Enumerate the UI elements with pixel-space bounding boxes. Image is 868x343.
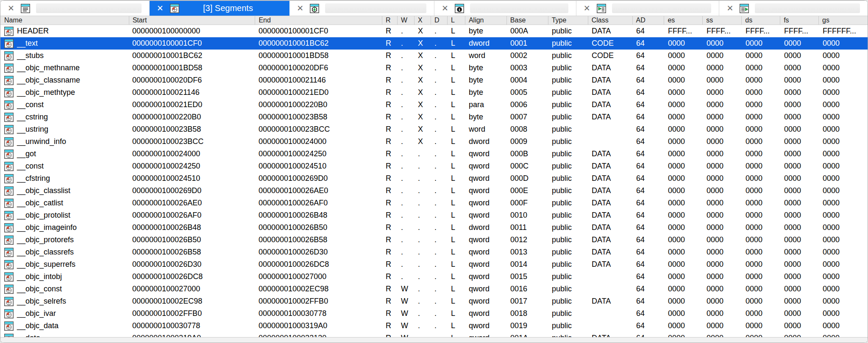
column-header-name[interactable]: Name — [0, 16, 129, 25]
cell-base: 0018 — [507, 309, 548, 318]
column-header-w[interactable]: W — [397, 16, 414, 25]
segment-row-__objc_selrefs[interactable]: __objc_selrefs000000010002EC980000000100… — [0, 295, 868, 307]
cell-type: public — [548, 64, 588, 72]
cell-x: . — [415, 211, 431, 220]
close-icon[interactable]: ✕ — [440, 4, 450, 12]
cell-class: DATA — [588, 27, 633, 36]
segment-row-__objc_intobj[interactable]: __objc_intobj0000000100026DC800000001000… — [0, 271, 868, 283]
segment-row-__objc_methtype[interactable]: __objc_methtype0000000100021146000000010… — [0, 86, 868, 99]
cell-x: . — [415, 174, 431, 183]
segment-row-__objc_const[interactable]: __objc_const0000000100027000000000010002… — [0, 283, 868, 295]
segment-row-__objc_methname[interactable]: __objc_methname000000010001BD58000000010… — [0, 62, 868, 74]
segment-row-__objc_data[interactable]: __objc_data00000001000307780000000100031… — [0, 320, 868, 332]
segment-row-__text[interactable]: __text0000000100001CF0000000010001BC62R.… — [0, 37, 868, 50]
cell-align: qword — [465, 186, 507, 195]
column-header-ds[interactable]: ds — [741, 16, 780, 25]
segment-row-__cstring[interactable]: __cstring00000001000220B00000000100023B5… — [0, 111, 868, 123]
segment-name-label: __text — [17, 39, 38, 48]
segment-row-__objc_catlist[interactable]: __objc_catlist0000000100026AE00000000100… — [0, 197, 868, 209]
segment-row-__objc_imageinfo[interactable]: __objc_imageinfo0000000100026B4800000001… — [0, 221, 868, 234]
cell-ss: 0000 — [703, 235, 742, 244]
tab-segments[interactable]: ✕[3] Segments — [150, 1, 290, 16]
column-header-type[interactable]: Type — [548, 16, 588, 25]
tab-5[interactable]: ✕ — [576, 1, 720, 16]
cell-l: L — [448, 285, 465, 293]
segment-window-icon — [4, 39, 14, 48]
segment-row-__const[interactable]: __const0000000100021ED000000001000220B0R… — [0, 99, 868, 111]
column-header-class[interactable]: Class — [588, 16, 632, 25]
cell-es: 0000 — [665, 321, 703, 330]
segment-row-__objc_superrefs[interactable]: __objc_superrefs0000000100026D3000000001… — [0, 258, 868, 271]
segment-row-__objc_classname[interactable]: __objc_classname0000000100020DF600000001… — [0, 74, 868, 86]
segment-row-__got[interactable]: __got00000001000240000000000100024250R..… — [0, 148, 868, 160]
column-header-base[interactable]: Base — [506, 16, 548, 25]
segment-row-HEADER[interactable]: HEADER00000001000000000000000100001CF0R.… — [0, 25, 868, 37]
segment-row-__objc_classlist[interactable]: __objc_classlist00000001000269D000000001… — [0, 185, 868, 197]
cell-w: . — [398, 272, 415, 281]
cell-fs: 0000 — [781, 39, 819, 48]
column-header-r[interactable]: R — [382, 16, 397, 25]
cell-end: 000000010001BC62 — [255, 39, 382, 48]
segment-row-__objc_ivar[interactable]: __objc_ivar000000010002FFB00000000100030… — [0, 307, 868, 320]
column-header-x[interactable]: X — [414, 16, 431, 25]
cell-r: R — [382, 260, 398, 269]
tab-4[interactable]: ✕t — [434, 1, 576, 16]
cell-w: W — [398, 297, 415, 306]
column-header-ad[interactable]: AD — [632, 16, 664, 25]
cell-start: 0000000100024000 — [129, 149, 255, 158]
segment-row-__objc_protolist[interactable]: __objc_protolist0000000100026AF000000001… — [0, 209, 868, 221]
column-header-es[interactable]: es — [664, 16, 702, 25]
segment-window-icon — [4, 27, 14, 36]
tab-title-redacted — [470, 3, 568, 13]
column-header-align[interactable]: Align — [465, 16, 506, 25]
cell-name: __objc_methtype — [0, 88, 129, 97]
segment-row-__unwind_info[interactable]: __unwind_info0000000100023BCC00000001000… — [0, 136, 868, 148]
cell-class: DATA — [588, 64, 633, 72]
cell-fs: 0000 — [781, 321, 819, 330]
cell-base: 0015 — [507, 272, 548, 281]
cell-fs: 0000 — [781, 260, 819, 269]
segment-row-__cfstring[interactable]: __cfstring000000010002451000000001000269… — [0, 172, 868, 185]
cell-r: R — [382, 27, 398, 36]
cell-ds: 0000 — [742, 174, 781, 183]
cell-es: 0000 — [665, 76, 703, 85]
cell-end: 000000010002EC98 — [255, 285, 382, 293]
segment-name-label: __objc_methtype — [17, 88, 75, 97]
segment-row-__ustring[interactable]: __ustring0000000100023B580000000100023BC… — [0, 123, 868, 136]
close-icon[interactable]: ✕ — [155, 4, 165, 12]
column-header-l[interactable]: L — [447, 16, 465, 25]
segment-row-__objc_protorefs[interactable]: __objc_protorefs0000000100026B5000000001… — [0, 234, 868, 246]
column-header-d[interactable]: D — [431, 16, 447, 25]
cell-class: DATA — [588, 199, 633, 207]
tab-bar: ✕✕[3] Segments✕✕t✕✕ — [0, 0, 868, 16]
close-icon[interactable]: ✕ — [6, 4, 16, 12]
segment-row-__stubs[interactable]: __stubs000000010001BC62000000010001BD58R… — [0, 50, 868, 62]
cell-align: byte — [465, 64, 507, 72]
cell-gs: 0000 — [819, 51, 868, 60]
cell-ad: 64 — [633, 248, 665, 257]
segment-row-__objc_classrefs[interactable]: __objc_classrefs0000000100026B5800000001… — [0, 246, 868, 258]
column-header-end[interactable]: End — [255, 16, 382, 25]
cell-x: X — [415, 76, 431, 85]
tab-3[interactable]: ✕ — [289, 1, 434, 16]
column-header-ss[interactable]: ss — [702, 16, 741, 25]
close-icon[interactable]: ✕ — [582, 4, 592, 12]
tab-1[interactable]: ✕ — [0, 1, 150, 16]
cell-ss: 0000 — [703, 272, 742, 281]
segment-name-label: __objc_classlist — [17, 186, 70, 195]
cell-start: 000000010001BD58 — [129, 64, 255, 72]
column-header-gs[interactable]: gs — [818, 16, 868, 25]
cell-end: 0000000100024000 — [255, 137, 382, 146]
close-icon[interactable]: ✕ — [725, 4, 735, 12]
column-header-start[interactable]: Start — [129, 16, 255, 25]
close-icon[interactable]: ✕ — [295, 4, 305, 12]
cell-w: . — [398, 260, 415, 269]
cell-class: DATA — [588, 76, 633, 85]
segment-row-__const[interactable]: __const00000001000242500000000100024510R… — [0, 160, 868, 172]
cell-ss: 0000 — [703, 88, 742, 97]
cell-es: 0000 — [665, 211, 703, 220]
cell-d: . — [431, 137, 448, 146]
tab-6[interactable]: ✕ — [719, 1, 868, 16]
segment-name-label: __objc_protorefs — [17, 235, 74, 244]
column-header-fs[interactable]: fs — [780, 16, 818, 25]
